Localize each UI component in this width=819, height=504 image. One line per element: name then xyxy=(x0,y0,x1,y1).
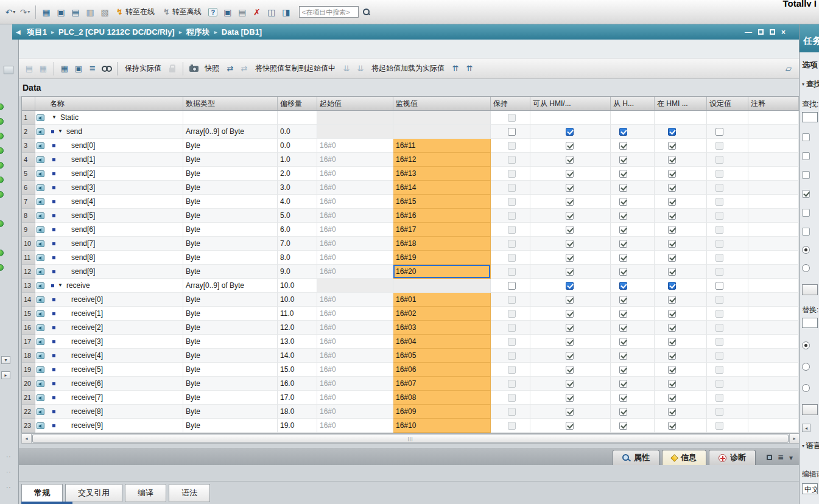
stop-cpu-icon[interactable]: ▧ xyxy=(98,5,111,19)
retain-checkbox[interactable] xyxy=(508,352,516,360)
setpoint-checkbox[interactable] xyxy=(715,296,723,304)
load-start-values-button[interactable]: 将起始值加载为实际值 xyxy=(368,62,448,75)
hmi-visible-checkbox[interactable] xyxy=(668,198,676,206)
hmi-accessible-checkbox[interactable] xyxy=(566,310,574,318)
device-info-icon[interactable]: ▤ xyxy=(236,5,249,19)
setpoint-checkbox[interactable] xyxy=(715,352,723,360)
comment-cell[interactable] xyxy=(748,139,799,153)
download-to-device-icon[interactable]: ▣ xyxy=(54,5,68,19)
horizontal-scrollbar[interactable]: ◂ ||| ▸ xyxy=(21,433,800,444)
name-cell[interactable]: receive[4] xyxy=(35,349,183,363)
start-value-cell[interactable]: 16#0 xyxy=(317,237,393,251)
start-value-cell[interactable]: 16#0 xyxy=(317,321,393,335)
retain-checkbox[interactable] xyxy=(508,296,516,304)
start-cpu-icon[interactable]: ▥ xyxy=(83,5,97,19)
table-row[interactable]: 13▼receiveArray[0..9] of Byte10.0 xyxy=(22,279,799,293)
hmi-accessible-checkbox[interactable] xyxy=(566,254,574,262)
retain-checkbox[interactable] xyxy=(508,282,516,290)
table-row[interactable]: 19receive[5]Byte15.016#016#06 xyxy=(22,363,799,377)
hmi-writable-checkbox[interactable] xyxy=(619,282,627,290)
table-row[interactable]: 16receive[2]Byte12.016#016#03 xyxy=(22,321,799,335)
retain-checkbox[interactable] xyxy=(508,226,516,234)
hmi-accessible-checkbox[interactable] xyxy=(566,380,574,388)
name-cell[interactable]: ▼send xyxy=(35,125,183,139)
hmi-accessible-checkbox[interactable] xyxy=(566,226,574,234)
name-cell[interactable]: send[5] xyxy=(35,209,183,223)
info-subtab[interactable]: 语法 xyxy=(169,484,210,502)
from-current-position-radio[interactable] xyxy=(802,363,810,371)
setpoint-checkbox[interactable] xyxy=(715,282,723,290)
data-type-cell[interactable]: Byte xyxy=(183,139,278,153)
splitter-grip[interactable]: ·· xyxy=(6,484,12,491)
setpoint-checkbox[interactable] xyxy=(715,408,723,416)
name-cell[interactable]: receive[9] xyxy=(35,419,183,433)
start-value-cell[interactable]: 16#0 xyxy=(317,251,393,265)
hmi-accessible-checkbox[interactable] xyxy=(566,240,574,248)
column-header[interactable]: 可从 HMI/... xyxy=(530,97,611,110)
start-value-cell[interactable]: 16#0 xyxy=(317,363,393,377)
start-value-cell[interactable] xyxy=(317,125,393,139)
hmi-visible-checkbox[interactable] xyxy=(668,338,676,346)
find-option-checkbox[interactable] xyxy=(802,228,810,236)
inspector-tab[interactable]: 信息 xyxy=(662,450,706,465)
name-cell[interactable]: receive[7] xyxy=(35,391,183,405)
table-row[interactable]: 1▼Static xyxy=(22,111,799,125)
setpoint-checkbox[interactable] xyxy=(715,240,723,248)
monitor-value-cell[interactable]: 16#11 xyxy=(393,139,491,153)
monitor-value-cell[interactable]: 16#10 xyxy=(393,419,491,433)
start-value-cell[interactable] xyxy=(317,111,393,125)
go-offline-button[interactable]: ↯转至离线 xyxy=(160,5,205,19)
monitor-value-cell[interactable]: 16#07 xyxy=(393,377,491,391)
retain-checkbox[interactable] xyxy=(508,394,516,402)
hmi-writable-checkbox[interactable] xyxy=(619,128,627,136)
breadcrumb-item[interactable]: 项目1 xyxy=(27,27,47,38)
setpoint-checkbox[interactable] xyxy=(715,226,723,234)
hmi-visible-checkbox[interactable] xyxy=(668,282,676,290)
table-row[interactable]: 6send[3]Byte3.016#016#14 xyxy=(22,181,799,195)
setpoint-checkbox[interactable] xyxy=(715,366,723,374)
hmi-writable-checkbox[interactable] xyxy=(619,422,627,430)
name-cell[interactable]: send[4] xyxy=(35,195,183,209)
setpoint-checkbox[interactable] xyxy=(715,422,723,430)
find-replace-section-header[interactable]: ▾ 查找和替换 xyxy=(802,79,819,89)
setpoint-checkbox[interactable] xyxy=(715,128,723,136)
column-header[interactable]: 设定值 xyxy=(707,97,748,110)
inspector-tab[interactable]: 属性 xyxy=(613,450,659,465)
data-type-cell[interactable]: Byte xyxy=(183,335,278,349)
scroll-thumb[interactable]: ||| xyxy=(32,435,789,443)
table-row[interactable]: 11send[8]Byte8.016#016#19 xyxy=(22,251,799,265)
hmi-accessible-checkbox[interactable] xyxy=(566,338,574,346)
name-cell[interactable]: send[2] xyxy=(35,167,183,181)
replace-input[interactable] xyxy=(802,318,818,328)
comment-cell[interactable] xyxy=(748,251,799,265)
inspector-tab[interactable]: 诊断 xyxy=(709,450,756,465)
retain-checkbox[interactable] xyxy=(508,338,516,346)
start-value-cell[interactable]: 16#0 xyxy=(317,391,393,405)
comment-cell[interactable] xyxy=(748,405,799,419)
hmi-writable-checkbox[interactable] xyxy=(619,268,627,276)
start-value-cell[interactable]: 16#0 xyxy=(317,195,393,209)
retain-checkbox[interactable] xyxy=(508,240,516,248)
hmi-writable-checkbox[interactable] xyxy=(619,142,627,150)
start-value-cell[interactable]: 16#0 xyxy=(317,265,393,279)
start-value-cell[interactable] xyxy=(317,279,393,293)
hmi-writable-checkbox[interactable] xyxy=(619,212,627,220)
column-header[interactable]: 在 HMI ... xyxy=(655,97,707,110)
search-up-radio[interactable] xyxy=(802,264,810,272)
name-cell[interactable]: receive[6] xyxy=(35,377,183,391)
comment-cell[interactable] xyxy=(748,293,799,307)
undo-icon[interactable]: ↶▾ xyxy=(4,5,17,19)
setpoint-checkbox[interactable] xyxy=(715,212,723,220)
column-header[interactable]: 监视值 xyxy=(393,97,491,110)
start-simulation-icon[interactable]: ▣ xyxy=(221,5,234,19)
hmi-visible-checkbox[interactable] xyxy=(668,268,676,276)
retain-checkbox[interactable] xyxy=(508,254,516,262)
snapshot-transfer-icon[interactable]: ⇄ xyxy=(224,62,236,75)
hmi-writable-checkbox[interactable] xyxy=(619,254,627,262)
selection-radio[interactable] xyxy=(802,384,810,392)
hmi-accessible-checkbox[interactable] xyxy=(566,142,574,150)
column-header[interactable]: 数据类型 xyxy=(183,97,278,110)
hmi-accessible-checkbox[interactable] xyxy=(566,296,574,304)
find-option-checkbox[interactable] xyxy=(802,190,810,198)
hmi-visible-checkbox[interactable] xyxy=(668,380,676,388)
